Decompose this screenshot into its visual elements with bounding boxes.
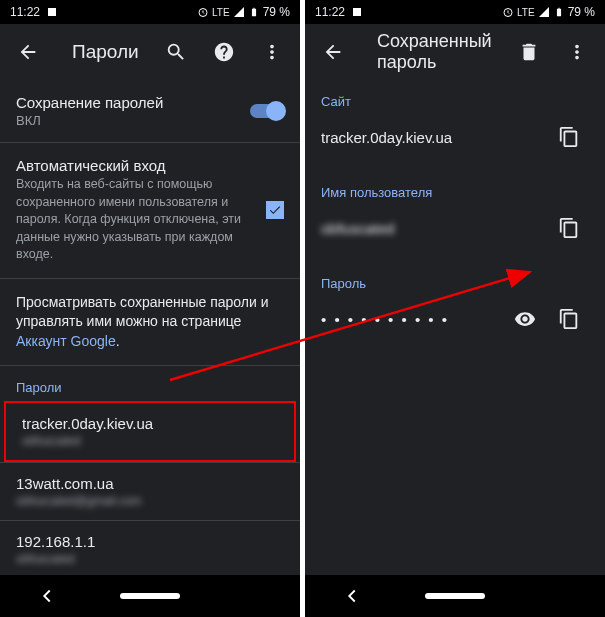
phone-left: 11:22 LTE 79 % Пароли [0,0,300,617]
alarm-icon [502,6,514,18]
signal-icon [233,6,245,18]
password-item-2[interactable]: 192.168.1.1 obfuscated [0,521,300,575]
app-bar-right: Сохраненный пароль [305,24,605,80]
show-password-button[interactable] [505,299,545,339]
alarm-icon [197,6,209,18]
nav-back-button[interactable] [332,576,372,616]
copy-site-button[interactable] [549,117,589,157]
nav-back-button[interactable] [27,576,67,616]
status-bar: 11:22 LTE 79 % [305,0,605,24]
battery-icon [248,6,260,18]
username-value: obfuscated [321,220,539,237]
auto-signin-checkbox[interactable] [266,201,284,219]
username-label: Имя пользователя [321,185,589,200]
nav-home-button[interactable] [425,593,485,599]
back-button[interactable] [313,32,353,72]
nav-bar [0,575,300,617]
svg-rect-4 [353,8,361,16]
help-button[interactable] [204,32,244,72]
password-item-site: 192.168.1.1 [16,533,284,550]
svg-rect-7 [558,8,560,9]
status-network: LTE [517,7,535,18]
save-passwords-state: ВКЛ [16,113,234,128]
site-section: Сайт tracker.0day.kiev.ua [305,80,605,171]
notification-icon [46,6,58,18]
password-item-user: obfuscated [22,434,278,448]
phone-right: 11:22 LTE 79 % Сохраненный пароль [305,0,605,617]
password-section: Пароль • • • • • • • • • • [305,262,605,353]
status-battery: 79 % [263,5,290,19]
delete-button[interactable] [509,32,549,72]
status-time: 11:22 [315,5,345,19]
password-item-0[interactable]: tracker.0day.kiev.ua obfuscated [4,401,296,462]
site-label: Сайт [321,94,589,109]
auto-signin-row[interactable]: Автоматический вход Входить на веб-сайты… [0,143,300,278]
battery-icon [553,6,565,18]
status-bar: 11:22 LTE 79 % [0,0,300,24]
view-manage-text: Просматривать сохраненные пароли и управ… [0,279,300,366]
content-left: Сохранение паролей ВКЛ Автоматический вх… [0,80,300,575]
password-value: • • • • • • • • • • [321,311,495,328]
svg-rect-0 [48,8,56,16]
svg-rect-2 [252,9,256,17]
svg-rect-3 [253,8,255,9]
password-item-1[interactable]: 13watt.com.ua obfuscated@gmail.com [0,463,300,520]
content-right: Сайт tracker.0day.kiev.ua Имя пользовате… [305,80,605,575]
more-button[interactable] [252,32,292,72]
notification-icon [351,6,363,18]
auto-signin-label: Автоматический вход [16,157,250,174]
google-account-link[interactable]: Аккаунт Google [16,333,116,349]
search-button[interactable] [156,32,196,72]
password-item-site: tracker.0day.kiev.ua [22,415,278,432]
save-passwords-row[interactable]: Сохранение паролей ВКЛ [0,80,300,142]
signal-icon [538,6,550,18]
password-item-site: 13watt.com.ua [16,475,284,492]
save-passwords-label: Сохранение паролей [16,94,234,111]
password-item-user: obfuscated@gmail.com [16,494,284,508]
status-network: LTE [212,7,230,18]
passwords-section-label: Пароли [0,366,300,401]
copy-username-button[interactable] [549,208,589,248]
nav-bar [305,575,605,617]
status-time: 11:22 [10,5,40,19]
page-title-right: Сохраненный пароль [377,31,493,73]
page-title-left: Пароли [72,41,140,63]
status-battery: 79 % [568,5,595,19]
svg-rect-6 [557,9,561,17]
auto-signin-desc: Входить на веб-сайты с помощью сохраненн… [16,176,250,264]
nav-home-button[interactable] [120,593,180,599]
password-item-user: obfuscated [16,552,284,566]
app-bar-left: Пароли [0,24,300,80]
back-button[interactable] [8,32,48,72]
password-label: Пароль [321,276,589,291]
site-value: tracker.0day.kiev.ua [321,129,539,146]
username-section: Имя пользователя obfuscated [305,171,605,262]
more-button[interactable] [557,32,597,72]
copy-password-button[interactable] [549,299,589,339]
save-passwords-toggle[interactable] [250,104,284,118]
